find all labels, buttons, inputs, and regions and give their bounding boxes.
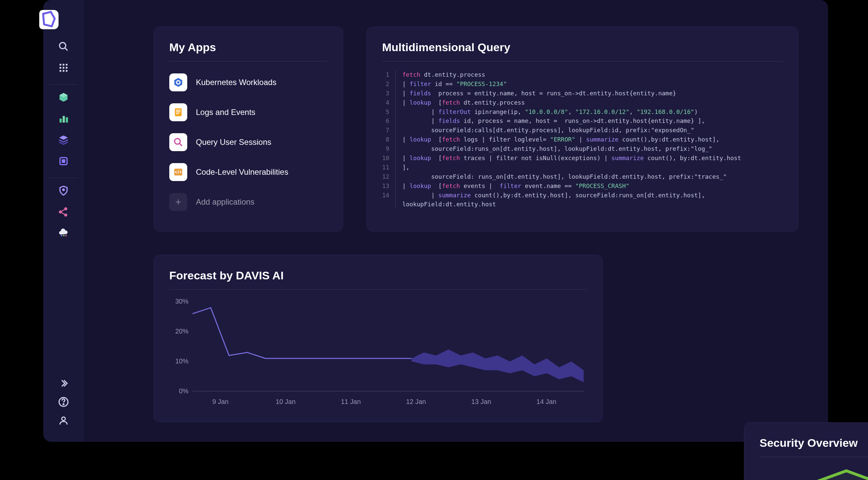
- svg-point-3: [63, 64, 64, 66]
- svg-point-2: [60, 64, 62, 66]
- svg-line-20: [61, 209, 65, 212]
- divider: [760, 457, 868, 457]
- divider: [169, 289, 587, 290]
- user-icon[interactable]: [56, 413, 71, 428]
- code-block[interactable]: 1234567891011121314 fetch dt.entity.proc…: [382, 70, 782, 209]
- app-label: Logs and Events: [196, 108, 255, 117]
- svg-rect-13: [66, 117, 68, 123]
- app-label: Query User Sessions: [196, 138, 271, 147]
- svg-point-8: [60, 70, 62, 72]
- svg-text:12 Jan: 12 Jan: [406, 398, 426, 405]
- app-item-logs[interactable]: Logs and Events: [169, 100, 328, 125]
- app-item-query-sessions[interactable]: Query User Sessions: [169, 130, 328, 155]
- code-vuln-icon: [169, 163, 187, 181]
- help-icon[interactable]: [56, 395, 71, 409]
- security-shield: Resolved High risk: [760, 466, 868, 480]
- svg-text:9 Jan: 9 Jan: [212, 398, 228, 405]
- svg-point-27: [62, 417, 65, 420]
- divider: [49, 178, 78, 178]
- svg-line-1: [65, 48, 67, 50]
- svg-point-10: [65, 70, 67, 72]
- query-panel: Multidimensional Query 12345678910111213…: [367, 27, 798, 232]
- extension-icon[interactable]: [56, 154, 71, 168]
- sidebar: [43, 0, 84, 442]
- svg-rect-24: [65, 235, 66, 236]
- security-shield-icon[interactable]: [56, 183, 71, 198]
- svg-text:0%: 0%: [179, 387, 189, 395]
- svg-point-16: [62, 188, 65, 191]
- hexagon-icon[interactable]: [56, 90, 71, 105]
- code-content: fetch dt.entity.process| filter id == "P…: [402, 70, 782, 209]
- kubernetes-icon: [169, 73, 187, 91]
- svg-rect-22: [61, 235, 62, 236]
- svg-point-5: [60, 67, 62, 69]
- svg-rect-12: [63, 116, 65, 123]
- my-apps-panel: My Apps Kubernetes Workloads Logs and Ev…: [154, 27, 343, 232]
- app-item-code-vuln[interactable]: Code-Level Vulnerabilities: [169, 160, 328, 184]
- app-list: Kubernetes Workloads Logs and Events Que…: [169, 70, 328, 214]
- analytics-bars-icon[interactable]: [56, 111, 71, 126]
- app-logo: [39, 10, 59, 29]
- svg-rect-33: [176, 113, 179, 114]
- network-nodes-icon[interactable]: [56, 205, 71, 219]
- divider: [49, 84, 78, 85]
- expand-icon[interactable]: [56, 376, 71, 391]
- divider: [169, 61, 328, 62]
- security-panel: Security Overview Resolved High risk: [744, 422, 868, 480]
- forecast-panel: Forecast by DAVIS AI 0%10%20%30%9 Jan10 …: [154, 255, 602, 422]
- svg-text:13 Jan: 13 Jan: [471, 398, 491, 405]
- forecast-chart: 0%10%20%30%9 Jan10 Jan11 Jan12 Jan13 Jan…: [169, 298, 587, 408]
- svg-line-35: [179, 143, 182, 146]
- my-apps-title: My Apps: [169, 41, 328, 54]
- svg-rect-31: [176, 110, 181, 111]
- search-icon[interactable]: [56, 39, 71, 54]
- svg-rect-23: [63, 235, 64, 236]
- query-title: Multidimensional Query: [382, 41, 782, 54]
- svg-text:20%: 20%: [175, 328, 189, 335]
- svg-point-26: [63, 404, 64, 405]
- security-title: Security Overview: [760, 437, 868, 449]
- add-app-label: Add applications: [196, 197, 254, 207]
- svg-text:10%: 10%: [175, 357, 189, 365]
- svg-point-0: [60, 42, 66, 49]
- svg-text:11 Jan: 11 Jan: [341, 398, 361, 405]
- svg-point-9: [63, 70, 64, 72]
- svg-rect-11: [60, 118, 62, 123]
- svg-text:10 Jan: 10 Jan: [276, 398, 296, 405]
- app-item-kubernetes[interactable]: Kubernetes Workloads: [169, 70, 328, 95]
- app-window: My Apps Kubernetes Workloads Logs and Ev…: [43, 0, 828, 442]
- divider: [382, 61, 782, 62]
- svg-rect-15: [62, 160, 65, 163]
- logs-icon: [169, 103, 187, 121]
- line-numbers: 1234567891011121314: [382, 70, 396, 209]
- plus-icon: [169, 193, 187, 211]
- query-sessions-icon: [169, 133, 187, 151]
- svg-text:30%: 30%: [175, 298, 189, 305]
- app-label: Code-Level Vulnerabilities: [196, 167, 288, 177]
- svg-text:14 Jan: 14 Jan: [536, 398, 556, 405]
- svg-line-21: [61, 212, 65, 215]
- svg-point-4: [65, 64, 67, 66]
- add-applications-button[interactable]: Add applications: [169, 190, 328, 214]
- app-label: Kubernetes Workloads: [196, 78, 276, 87]
- stack-3d-icon[interactable]: [56, 133, 71, 147]
- cloud-icon[interactable]: [56, 226, 71, 240]
- apps-grid-icon[interactable]: [56, 61, 71, 75]
- svg-rect-32: [176, 111, 181, 112]
- svg-point-6: [63, 67, 64, 69]
- main-content: My Apps Kubernetes Workloads Logs and Ev…: [84, 0, 828, 442]
- svg-point-7: [65, 67, 67, 69]
- svg-point-29: [177, 81, 180, 84]
- forecast-title: Forecast by DAVIS AI: [169, 269, 587, 282]
